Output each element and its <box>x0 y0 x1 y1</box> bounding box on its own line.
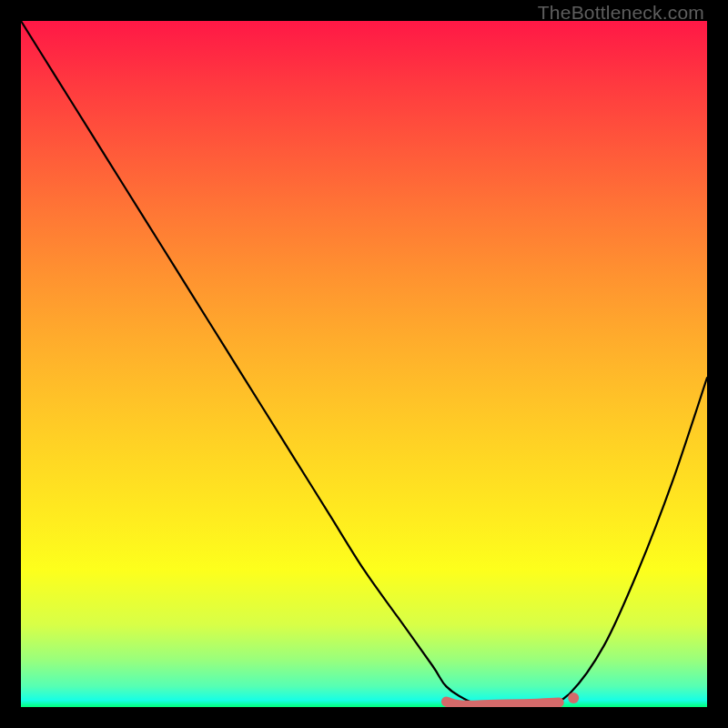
flat-marker-path <box>447 702 560 705</box>
chart-frame: TheBottleneck.com <box>0 0 728 728</box>
bottleneck-curve <box>21 21 707 707</box>
flat-marker-end-dot <box>568 693 579 703</box>
curve-path <box>21 21 707 707</box>
chart-plot-area <box>21 21 707 707</box>
curve-group <box>21 21 707 707</box>
